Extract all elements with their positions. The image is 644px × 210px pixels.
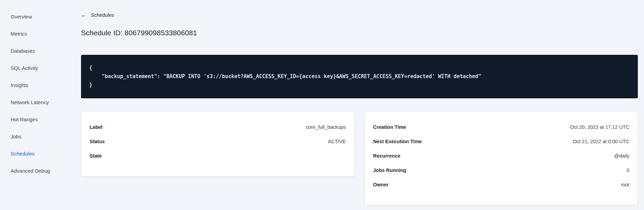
row-value: Oct 20, 2022 at 17:12 UTC	[570, 124, 629, 130]
sidebar-item-jobs[interactable]: Jobs	[0, 128, 65, 145]
page-title: Schedule ID: 806799098533806081	[81, 29, 638, 37]
row-label: Creation Time	[373, 124, 406, 130]
row-value: ACTIVE	[328, 139, 346, 144]
detail-row-next-execution-time: Next Execution Time Oct 21, 2022 at 0:00…	[373, 134, 630, 149]
sidebar-item-insights[interactable]: Insights	[0, 76, 65, 94]
sidebar-item-schedules[interactable]: Schedules	[0, 145, 65, 162]
detail-row-state: State	[90, 149, 346, 163]
detail-row-recurrence: Recurrence @daily	[373, 149, 630, 163]
row-label: Status	[90, 139, 105, 144]
sidebar-item-network-latency[interactable]: Network Latency	[0, 94, 65, 111]
code-line: "backup_statement": "BACKUP INTO 's3://b…	[89, 72, 630, 81]
row-value: Oct 21, 2022 at 0:00 UTC	[573, 139, 629, 144]
back-arrow-icon: ←	[81, 12, 86, 18]
row-label: State	[90, 153, 102, 159]
sidebar-item-advanced-debug[interactable]: Advanced Debug	[0, 162, 65, 179]
row-label: Next Execution Time	[373, 139, 422, 144]
sidebar-item-metrics[interactable]: Metrics	[0, 25, 65, 42]
row-value: @daily	[614, 153, 629, 159]
schedule-details-page: Overview Metrics Databases SQL Activity …	[0, 0, 644, 210]
sidebar-item-overview[interactable]: Overview	[0, 8, 65, 25]
back-to-schedules-link[interactable]: ← Schedules	[81, 12, 114, 18]
row-value: root	[621, 182, 629, 187]
row-label: Label	[90, 124, 103, 130]
row-label: Recurrence	[373, 153, 401, 159]
detail-row-status: Status ACTIVE	[90, 134, 346, 149]
sidebar-item-databases[interactable]: Databases	[0, 42, 65, 59]
code-line: {	[89, 64, 630, 72]
row-label: Owner	[373, 182, 389, 187]
sidebar-item-hot-ranges[interactable]: Hot Ranges	[0, 111, 65, 128]
detail-row-creation-time: Creation Time Oct 20, 2022 at 17:12 UTC	[373, 120, 630, 134]
back-link-label: Schedules	[91, 12, 114, 18]
schedule-meta-card: Label core_full_backups Status ACTIVE St…	[81, 111, 354, 176]
sidebar-nav: Overview Metrics Databases SQL Activity …	[0, 0, 65, 210]
schedule-statement-code-block: { "backup_statement": "BACKUP INTO 's3:/…	[81, 55, 638, 98]
detail-row-owner: Owner root	[373, 177, 630, 192]
row-label: Jobs Running	[373, 168, 406, 173]
row-value: 0	[627, 168, 629, 173]
sidebar-item-sql-activity[interactable]: SQL Activity	[0, 59, 65, 76]
detail-row-label: Label core_full_backups	[90, 120, 346, 134]
row-value: core_full_backups	[306, 124, 346, 130]
detail-row-jobs-running: Jobs Running 0	[373, 163, 630, 177]
schedule-timing-card: Creation Time Oct 20, 2022 at 17:12 UTC …	[365, 111, 638, 205]
main-content: ← Schedules Schedule ID: 806799098533806…	[65, 0, 644, 210]
code-line: }	[89, 81, 630, 89]
detail-cards-row: Label core_full_backups Status ACTIVE St…	[81, 111, 638, 205]
